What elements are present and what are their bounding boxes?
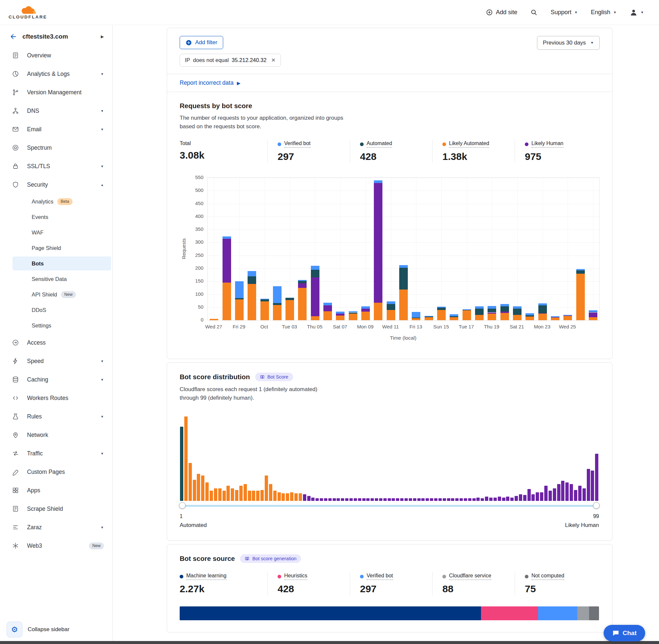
add-site-button[interactable]: Add site	[486, 9, 517, 16]
bar-segment	[500, 304, 509, 307]
stat-label[interactable]: Not computed	[525, 573, 564, 580]
stat-label[interactable]: Machine learning	[180, 573, 227, 580]
chevron-down-icon[interactable]: ▼	[100, 109, 104, 113]
sidebar-item-analytics[interactable]: AnalyticsBeta	[0, 194, 112, 209]
histogram-bar	[392, 498, 395, 501]
stat-value: 297	[360, 583, 422, 595]
sidebar-item-label: Speed	[27, 358, 93, 365]
sidebar-item-dns[interactable]: DNS▼	[0, 101, 112, 120]
chat-button[interactable]: Chat	[604, 625, 645, 641]
sidebar-item-sensitive-data[interactable]: Sensitive Data	[0, 271, 112, 287]
gear-icon[interactable]: ⚙	[6, 622, 22, 638]
chevron-right-icon[interactable]: ▶	[101, 34, 104, 39]
close-icon[interactable]: ✕	[271, 57, 275, 63]
bar-segment	[437, 307, 446, 308]
histogram-bar	[498, 497, 501, 501]
sidebar-item-rules[interactable]: Rules▼	[0, 407, 112, 426]
chevron-down-icon[interactable]: ▼	[100, 72, 104, 76]
sidebar-item-custom-pages[interactable]: Custom Pages	[0, 463, 112, 481]
stat-label[interactable]: Cloudflare service	[442, 573, 491, 580]
histogram-bar	[388, 498, 391, 501]
sidebar-item-settings[interactable]: Settings	[0, 318, 112, 334]
bar-segment	[349, 313, 357, 314]
sidebar-item-security[interactable]: Security▲	[0, 176, 112, 194]
bar-segment	[387, 301, 395, 304]
histogram-bar	[295, 493, 298, 501]
bot-score-badge[interactable]: Bot Score	[255, 373, 293, 381]
time-range-selector[interactable]: Previous 30 days ▼	[537, 36, 600, 50]
sidebar-item-api-shield[interactable]: API ShieldNew	[0, 287, 112, 302]
histogram-bar	[396, 498, 399, 501]
language-menu[interactable]: English ▼	[591, 9, 616, 16]
stat-label[interactable]: Likely Automated	[442, 140, 489, 148]
sidebar-item-web3[interactable]: Web3New	[0, 536, 112, 555]
sidebar-item-workers-routes[interactable]: Workers Routes	[0, 389, 112, 407]
sidebar-item-ddos[interactable]: DDoS	[0, 302, 112, 318]
cloudflare-logo[interactable]: CLOUDFLARE	[8, 6, 47, 20]
search-icon	[531, 9, 537, 16]
add-filter-button[interactable]: Add filter	[180, 36, 223, 49]
sidebar-item-caching[interactable]: Caching▼	[0, 370, 112, 389]
custom-pages-icon	[11, 467, 20, 476]
sidebar-item-access[interactable]: Access	[0, 334, 112, 352]
sidebar-item-waf[interactable]: WAF	[0, 225, 112, 240]
chevron-down-icon[interactable]: ▼	[100, 360, 104, 363]
account-menu[interactable]: ▼	[630, 8, 644, 17]
chevron-down-icon[interactable]: ▼	[100, 526, 104, 529]
sidebar-item-bots[interactable]: Bots	[13, 256, 111, 270]
sidebar-item-analytics-logs[interactable]: Analytics & Logs▼	[0, 65, 112, 83]
header-actions: Add site Support ▼ English ▼ ▼	[486, 8, 644, 17]
sidebar-item-ssl-tls[interactable]: SSL/TLS▼	[0, 157, 112, 176]
bar-segment	[399, 265, 408, 268]
main-content: Add filter IP does not equal 35.212.240.…	[113, 25, 659, 644]
histogram-bar	[455, 498, 458, 501]
source-title: Bot score source	[180, 555, 235, 562]
stat-label[interactable]: Verified bot	[360, 573, 393, 580]
y-tick-label: 50	[183, 304, 204, 309]
sidebar-item-label: Zaraz	[27, 524, 93, 531]
y-tick-label: 250	[183, 252, 204, 258]
chevron-down-icon[interactable]: ▼	[100, 128, 104, 131]
histogram-bar	[286, 493, 289, 501]
sidebar-item-email[interactable]: Email▼	[0, 120, 112, 138]
chevron-up-icon[interactable]: ▲	[100, 183, 104, 187]
slider-handle-max[interactable]	[593, 502, 600, 509]
stat-not-computed: Not computed75	[515, 572, 597, 595]
support-menu[interactable]: Support ▼	[550, 9, 578, 16]
chevron-down-icon[interactable]: ▼	[100, 415, 104, 418]
stat-label[interactable]: Automated	[360, 140, 392, 148]
sidebar-item-speed[interactable]: Speed▼	[0, 352, 112, 370]
histogram-bar	[354, 498, 357, 501]
sidebar-item-events[interactable]: Events	[0, 209, 112, 225]
sidebar-item-spectrum[interactable]: Spectrum	[0, 138, 112, 157]
spectrum-icon	[11, 143, 20, 152]
source-section: Bot score source Bot score generation Ma…	[167, 545, 612, 632]
stat-label[interactable]: Heuristics	[278, 573, 307, 580]
stat-label[interactable]: Verified bot	[278, 140, 310, 148]
chevron-down-icon[interactable]: ▼	[100, 164, 104, 168]
sidebar-item-page-shield[interactable]: Page Shield	[0, 240, 112, 256]
sidebar-item-scrape-shield[interactable]: Scrape Shield	[0, 500, 112, 518]
language-label: English	[591, 9, 610, 16]
sidebar-item-traffic[interactable]: Traffic▼	[0, 444, 112, 463]
bar-segment	[425, 316, 433, 317]
stat-label[interactable]: Likely Human	[525, 140, 563, 148]
filter-chip[interactable]: IP does not equal 35.212.240.32 ✕	[180, 54, 281, 67]
bot-score-generation-badge[interactable]: Bot score generation	[240, 554, 301, 563]
sidebar-item-overview[interactable]: Overview	[0, 46, 112, 65]
collapse-sidebar[interactable]: ⚙ Collapse sidebar	[0, 618, 112, 644]
chevron-down-icon[interactable]: ▼	[100, 378, 104, 382]
slider-handle-min[interactable]	[179, 502, 186, 509]
search-button[interactable]	[531, 9, 537, 16]
back-arrow-icon[interactable]	[10, 33, 17, 40]
sidebar-item-version-management[interactable]: Version Management	[0, 83, 112, 101]
sidebar-item-apps[interactable]: Apps	[0, 481, 112, 500]
sidebar-item-zaraz[interactable]: Zaraz▼	[0, 518, 112, 536]
chevron-down-icon[interactable]: ▼	[100, 452, 104, 455]
sidebar-item-network[interactable]: Network	[0, 426, 112, 444]
bar-segment	[387, 304, 395, 309]
histogram-bar	[273, 491, 277, 501]
report-incorrect-data-link[interactable]: Report incorrect data ▶	[167, 74, 612, 92]
sidebar-item-label: Workers Routes	[27, 395, 104, 401]
histogram-bar	[303, 494, 306, 501]
